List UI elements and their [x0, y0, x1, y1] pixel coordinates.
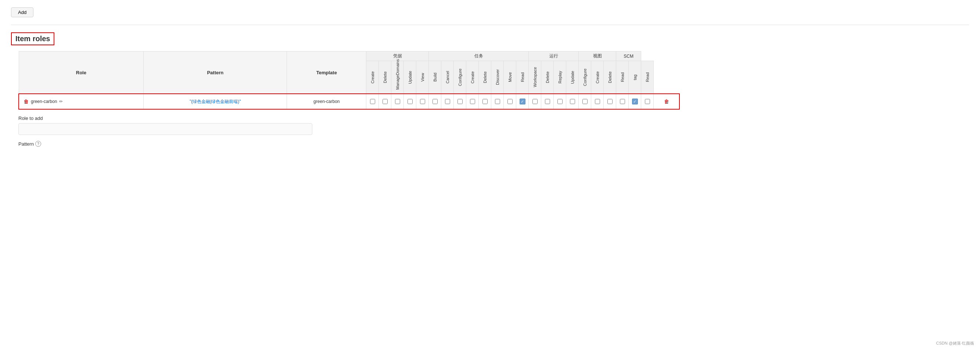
col-header-role: Role — [19, 51, 144, 94]
perm-header-17: Configure — [579, 61, 591, 94]
role-cell: 🗑 green-carbon ✏ — [19, 94, 144, 109]
perm-header-13: Workspace — [529, 61, 541, 94]
add-button[interactable]: Add — [11, 7, 33, 17]
group-header-scm: SCM — [616, 51, 641, 61]
perm-cell-11 — [504, 94, 516, 109]
perm-header-20: Read — [616, 61, 629, 94]
item-roles-table: Role Pattern Template 凭据 任务 运行 视图 SCM Cr… — [18, 51, 680, 110]
perm-cell-21 — [629, 94, 641, 109]
perm-checkbox-8[interactable] — [470, 99, 475, 104]
perm-cell-6 — [441, 94, 454, 109]
perm-checkbox-1[interactable] — [382, 99, 388, 104]
perm-cell-5 — [429, 94, 441, 109]
perm-checkbox-5[interactable] — [433, 99, 438, 104]
perm-header-16: Update — [566, 61, 579, 94]
perm-cell-7 — [454, 94, 466, 109]
perm-checkbox-14[interactable] — [545, 99, 550, 104]
table-row: 🗑 green-carbon ✏ "(绿色金融|绿色金融前端)"green-ca… — [19, 94, 679, 109]
perm-checkbox-0[interactable] — [370, 99, 375, 104]
perm-header-11: Move — [504, 61, 516, 94]
perm-checkbox-15[interactable] — [557, 99, 563, 104]
perm-checkbox-7[interactable] — [458, 99, 463, 104]
perm-checkbox-16[interactable] — [570, 99, 575, 104]
perm-checkbox-20[interactable] — [620, 99, 625, 104]
perm-cell-8 — [466, 94, 479, 109]
role-to-add-input[interactable] — [18, 123, 312, 135]
section-title: Item roles — [11, 32, 54, 45]
perm-header-8: Create — [466, 61, 479, 94]
perm-checkbox-checked-21[interactable] — [632, 99, 638, 104]
perm-header-5: Build — [429, 61, 441, 94]
perm-checkbox-checked-12[interactable] — [520, 99, 525, 104]
perm-cell-1 — [379, 94, 391, 109]
perm-checkbox-17[interactable] — [582, 99, 587, 104]
perm-header-6: Cancel — [441, 61, 454, 94]
group-header-视图: 视图 — [579, 51, 616, 61]
perm-header-0: Create — [366, 61, 379, 94]
perm-header-2: ManageDomains — [391, 61, 404, 94]
row-edit-icon[interactable]: ✏ — [59, 99, 63, 104]
perm-header-22: Read — [641, 61, 654, 94]
row-end-delete: 🗑 — [654, 94, 679, 109]
perm-header-9: Delete — [479, 61, 491, 94]
perm-header-4: View — [416, 61, 429, 94]
perm-checkbox-3[interactable] — [407, 99, 413, 104]
perm-checkbox-9[interactable] — [482, 99, 488, 104]
perm-cell-19 — [604, 94, 616, 109]
perm-checkbox-22[interactable] — [645, 99, 650, 104]
perm-cell-20 — [616, 94, 629, 109]
role-to-add-label: Role to add — [18, 115, 969, 121]
perm-header-12: Read — [516, 61, 529, 94]
perm-cell-22 — [641, 94, 654, 109]
perm-header-1: Delete — [379, 61, 391, 94]
perm-checkbox-18[interactable] — [595, 99, 600, 104]
perm-checkbox-19[interactable] — [608, 99, 612, 104]
perm-header-14: Delete — [541, 61, 554, 94]
perm-cell-13 — [529, 94, 541, 109]
section-divider — [11, 25, 969, 25]
perm-cell-18 — [591, 94, 604, 109]
row-delete-icon[interactable]: 🗑 — [24, 99, 29, 104]
perm-cell-9 — [479, 94, 491, 109]
perm-header-10: Discover — [491, 61, 504, 94]
perm-cell-15 — [554, 94, 566, 109]
perm-checkbox-4[interactable] — [420, 99, 425, 104]
template-cell: green-carbon — [287, 94, 366, 109]
perm-checkbox-2[interactable] — [395, 99, 400, 104]
perm-checkbox-10[interactable] — [495, 99, 500, 104]
table-body: 🗑 green-carbon ✏ "(绿色金融|绿色金融前端)"green-ca… — [19, 94, 679, 109]
perm-cell-14 — [541, 94, 554, 109]
pattern-link[interactable]: "(绿色金融|绿色金融前端)" — [189, 99, 241, 104]
perm-cell-0 — [366, 94, 379, 109]
perm-header-15: Replay — [554, 61, 566, 94]
row-end-delete-icon[interactable]: 🗑 — [664, 99, 669, 104]
perm-header-21: tag — [629, 61, 641, 94]
perm-cell-4 — [416, 94, 429, 109]
perm-checkbox-13[interactable] — [533, 99, 538, 104]
perm-header-18: Create — [591, 61, 604, 94]
perm-cell-16 — [566, 94, 579, 109]
pattern-label: Pattern — [18, 141, 34, 147]
perm-header-7: Configure — [454, 61, 466, 94]
perm-cell-12 — [516, 94, 529, 109]
col-header-pattern: Pattern — [144, 51, 287, 94]
item-roles-table-wrapper: Role Pattern Template 凭据 任务 运行 视图 SCM Cr… — [18, 51, 969, 110]
pattern-help-icon[interactable]: ? — [35, 141, 41, 147]
perm-checkbox-11[interactable] — [508, 99, 512, 104]
perm-cell-17 — [579, 94, 591, 109]
perm-header-3: Update — [404, 61, 416, 94]
perm-cell-10 — [491, 94, 504, 109]
pattern-cell: "(绿色金融|绿色金融前端)" — [144, 94, 287, 109]
group-header-任务: 任务 — [429, 51, 529, 61]
col-header-template: Template — [287, 51, 366, 94]
role-name: green-carbon — [31, 99, 57, 104]
perm-cell-3 — [404, 94, 416, 109]
perm-header-19: Delete — [604, 61, 616, 94]
perm-checkbox-6[interactable] — [445, 99, 450, 104]
perm-cell-2 — [391, 94, 404, 109]
group-header-运行: 运行 — [529, 51, 579, 61]
